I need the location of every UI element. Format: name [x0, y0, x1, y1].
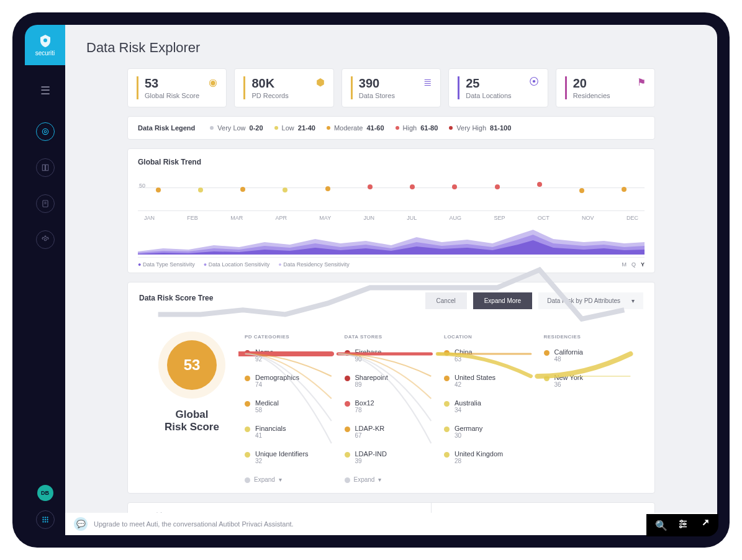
- tree-column: RESIDENCIESCalifornia48New York36: [544, 334, 644, 483]
- trend-point[interactable]: [240, 187, 245, 192]
- tree-node[interactable]: LDAP-IND39: [345, 450, 445, 464]
- kpi-label: Data Locations: [466, 92, 511, 99]
- tree-node[interactable]: Firebase90: [345, 348, 445, 363]
- tree-node[interactable]: Australia34: [444, 399, 544, 413]
- svg-point-12: [42, 519, 43, 520]
- kpi-value: 53: [145, 76, 199, 91]
- trend-point[interactable]: [410, 184, 415, 189]
- tree-node[interactable]: New York36: [544, 374, 644, 388]
- svg-point-11: [47, 517, 48, 518]
- tree-node[interactable]: China63: [444, 348, 544, 363]
- svg-point-21: [684, 523, 685, 525]
- risk-dot-icon: [345, 350, 350, 356]
- nav-reports-icon[interactable]: [36, 194, 55, 213]
- tree-node[interactable]: Unique Identifiers32: [245, 450, 345, 464]
- filters-icon[interactable]: [677, 518, 689, 532]
- tree-expand-link[interactable]: Expand ▾: [245, 476, 345, 483]
- tree-node-name: Financials: [255, 425, 286, 432]
- assistant-bar[interactable]: 💬 Upgrade to meet Auti, the conversation…: [65, 513, 717, 535]
- tree-node[interactable]: LDAP-KR67: [345, 425, 445, 439]
- tree-node-value: 32: [255, 458, 309, 464]
- tree-node-name: Firebase: [355, 348, 382, 356]
- search-icon[interactable]: 🔍: [655, 520, 667, 531]
- svg-point-1: [42, 129, 48, 134]
- tree-node-name: New York: [554, 374, 583, 381]
- kpi-icon: ≣: [423, 76, 432, 88]
- tree-node[interactable]: Financials41: [245, 425, 345, 439]
- tree-node-value: 36: [554, 381, 583, 388]
- tree-node-value: 67: [355, 432, 385, 439]
- trend-point[interactable]: [156, 187, 161, 192]
- tree-node[interactable]: United Kingdom28: [444, 450, 544, 464]
- trend-point[interactable]: [198, 187, 203, 192]
- trend-point[interactable]: [368, 184, 373, 189]
- tree-node-value: 58: [255, 407, 279, 413]
- trend-point[interactable]: [452, 184, 457, 189]
- svg-point-16: [44, 521, 45, 522]
- kpi-card[interactable]: 25Data Locations⦿: [448, 68, 548, 107]
- tools-icon[interactable]: [699, 518, 710, 532]
- trend-title: Global Risk Trend: [138, 158, 645, 166]
- tree-node-value: 63: [455, 356, 473, 363]
- risk-dot-icon: [345, 376, 350, 381]
- tree-node[interactable]: Sharepoint89: [345, 374, 445, 388]
- trend-point[interactable]: [325, 186, 330, 191]
- tree-column-head: RESIDENCIES: [544, 334, 644, 340]
- tree-node[interactable]: Medical58: [245, 399, 345, 413]
- tree-node-name: Germany: [455, 425, 482, 432]
- tree-node[interactable]: California48: [544, 348, 644, 363]
- svg-point-9: [42, 517, 43, 518]
- tree-node[interactable]: Name92: [245, 348, 345, 363]
- kpi-card[interactable]: 390Data Stores≣: [342, 68, 441, 107]
- svg-point-19: [681, 520, 682, 522]
- apps-grid-icon[interactable]: [36, 510, 55, 529]
- kpi-card[interactable]: 20Residencies⚑: [556, 68, 655, 107]
- tree-column-head: LOCATION: [444, 334, 544, 340]
- nav-servers-icon[interactable]: [36, 158, 55, 177]
- assistant-text: Upgrade to meet Auti, the conversational…: [94, 520, 294, 528]
- kpi-icon: ⬢: [316, 76, 325, 88]
- menu-toggle-icon[interactable]: ☰: [40, 84, 50, 97]
- trend-chart: 50: [138, 173, 645, 211]
- tree-column: DATA STORESFirebase90Sharepoint89Box1278…: [345, 334, 445, 483]
- tree-node-value: 48: [554, 356, 583, 363]
- tree-node-value: 42: [455, 381, 495, 388]
- tree-node-value: 90: [355, 356, 382, 363]
- legend-title: Data Risk Legend: [138, 124, 195, 132]
- kpi-row: 53Global Risk Score◉80KPD Records⬢390Dat…: [127, 68, 655, 107]
- tree-node-name: California: [554, 348, 583, 356]
- user-avatar[interactable]: DB: [37, 485, 53, 501]
- risk-dot-icon: [245, 427, 250, 432]
- trend-point[interactable]: [283, 187, 287, 192]
- tree-node-name: China: [455, 348, 473, 356]
- trend-point[interactable]: [537, 182, 542, 187]
- nav-settings-icon[interactable]: [36, 230, 55, 249]
- trend-point[interactable]: [579, 188, 584, 193]
- svg-point-0: [43, 38, 47, 42]
- kpi-card[interactable]: 53Global Risk Score◉: [127, 68, 227, 107]
- tree-node[interactable]: Demographics74: [245, 374, 345, 388]
- trend-point[interactable]: [622, 187, 627, 192]
- tree-expand-link[interactable]: Expand ▾: [345, 476, 445, 483]
- kpi-card[interactable]: 80KPD Records⬢: [234, 68, 333, 107]
- legend-item: High 61-80: [396, 124, 438, 132]
- sidebar: securiti ☰ DB: [25, 25, 65, 535]
- tree-node-value: 92: [255, 356, 273, 363]
- toolbox: 🔍: [646, 514, 718, 536]
- tree-node[interactable]: Box1278: [345, 399, 445, 413]
- brand-logo[interactable]: securiti: [25, 25, 65, 65]
- tree-node[interactable]: Germany30: [444, 425, 544, 439]
- risk-dot-icon: [245, 350, 250, 356]
- svg-point-2: [44, 130, 47, 133]
- legend-item: Low 21-40: [274, 124, 315, 132]
- kpi-label: Global Risk Score: [145, 92, 199, 99]
- svg-point-14: [47, 519, 48, 520]
- nav-icons: [36, 122, 55, 249]
- kpi-value: 80K: [251, 76, 288, 91]
- trend-point[interactable]: [495, 184, 500, 189]
- svg-point-17: [47, 521, 48, 522]
- tree-node[interactable]: United States42: [444, 374, 544, 388]
- nav-dashboard-icon[interactable]: [36, 122, 55, 141]
- tree-node-value: 78: [355, 407, 374, 413]
- tree-node-name: LDAP-IND: [355, 450, 387, 458]
